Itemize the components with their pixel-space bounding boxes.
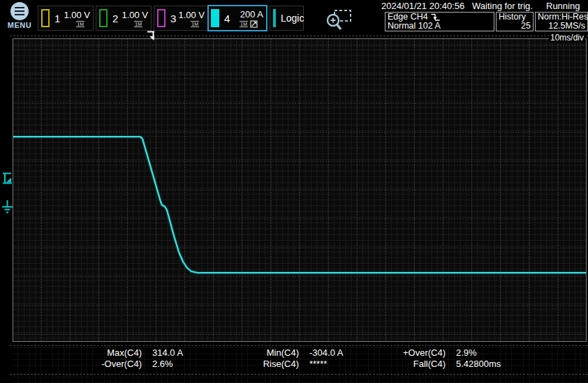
measurement-label: Min(C4): [246, 348, 299, 359]
channel-1-color-bar-icon: [41, 9, 50, 27]
acquisition-box[interactable]: Norm:Hi-Res 12.5MS/s: [535, 12, 588, 31]
measurement-label: Rise(C4): [246, 359, 299, 370]
datetime: 2024/01/21 20:40:56: [381, 1, 464, 11]
measurement-value: 314.0 A: [152, 348, 183, 359]
channel-4-box-selected[interactable]: 4 200 A 1M: [207, 5, 267, 31]
measurement-value: -304.0 A: [309, 348, 343, 359]
ground-level-marker-icon[interactable]: [1, 200, 13, 215]
hamburger-icon: [10, 2, 29, 20]
logic-color-bar-icon: [273, 9, 276, 27]
measurement-group-3: +Over(C4) 2.9% Fall(C4) 5.42800ms: [391, 348, 501, 369]
channel-3-color-bar-icon: [157, 9, 166, 27]
measurement-label: -Over(C4): [78, 359, 142, 370]
trigger-status: Waiting for trig.: [472, 1, 533, 11]
current-probe-icon: [250, 20, 258, 28]
sample-rate: 12.5MS/s: [548, 22, 585, 31]
falling-edge-icon: [431, 13, 440, 22]
waveform-display-area[interactable]: [13, 38, 587, 342]
impedance-1m-icon: 1M: [134, 21, 142, 27]
channel-1-box[interactable]: 1 1.00 V 1M: [38, 6, 94, 31]
measurement-value: 2.9%: [456, 348, 501, 359]
trigger-detail: Normal 102 A: [388, 22, 441, 31]
measurement-value: 2.6%: [152, 359, 183, 370]
measurement-label: Max(C4): [78, 348, 142, 359]
channel-3-box[interactable]: 3 1.00 V 1M: [154, 6, 208, 31]
bottom-tick-row: [10, 345, 588, 346]
menu-label: MENU: [5, 21, 34, 29]
measurement-group-1: Max(C4) 314.0 A -Over(C4) 2.6%: [78, 348, 183, 369]
impedance-1m-icon: 1M: [240, 21, 248, 27]
measurement-label: Fall(C4): [391, 359, 446, 370]
channel-1-number: 1: [54, 13, 60, 24]
history-count: 25: [521, 22, 531, 31]
channel-1-scale: 1.00 V: [64, 10, 90, 20]
menu-button[interactable]: MENU: [5, 2, 34, 31]
major-grid: [13, 38, 587, 342]
logic-label: Logic: [281, 13, 304, 24]
channel-2-scale: 1.00 V: [122, 10, 148, 20]
history-box[interactable]: History 25: [496, 12, 534, 31]
channel-4-number: 4: [224, 13, 230, 24]
zoom-search-icon[interactable]: [324, 8, 353, 33]
channel-4-color-bar-icon: [211, 9, 219, 27]
logic-box[interactable]: Logic: [270, 6, 304, 31]
channel-2-number: 2: [112, 13, 118, 24]
channel-3-number: 3: [170, 13, 176, 24]
trigger-position-marker-icon[interactable]: [146, 31, 159, 43]
channel-2-color-bar-icon: [99, 9, 108, 27]
run-state: Running: [546, 1, 580, 11]
bottom-separator-line: [10, 374, 588, 375]
measurement-group-2: Min(C4) -304.0 A Rise(C4) *****: [246, 348, 343, 369]
impedance-1m-icon: 1M: [76, 21, 84, 27]
impedance-1m-icon: 1M: [191, 21, 199, 27]
measurement-value: 5.42800ms: [456, 359, 501, 370]
timebase-label: 10ms/div: [549, 33, 585, 43]
top-tick-row: [10, 36, 588, 36]
trigger-settings-box[interactable]: Edge CH4 Normal 102 A: [385, 12, 494, 31]
measurement-value: *****: [309, 359, 343, 370]
measurement-label: +Over(C4): [391, 348, 446, 359]
channel-2-box[interactable]: 2 1.00 V 1M: [96, 6, 152, 31]
oscilloscope-screen: MENU 1 1.00 V 1M 2 1.00 V 1M 3 1.00 V 1M…: [0, 0, 588, 383]
channel-4-scale: 200 A: [240, 9, 263, 20]
trigger-level-marker-icon[interactable]: [2, 172, 13, 184]
channel-3-scale: 1.00 V: [178, 10, 205, 20]
